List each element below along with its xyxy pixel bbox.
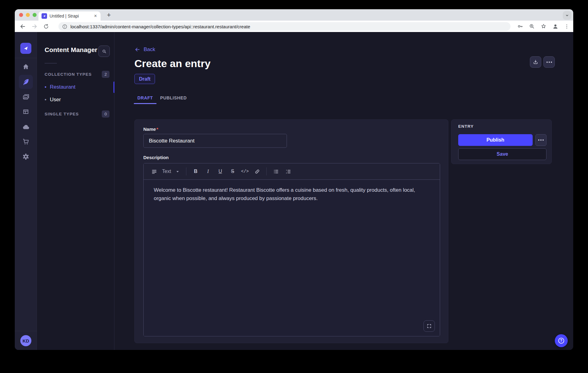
bookmark-star-icon[interactable] (540, 23, 547, 30)
rail-divider (15, 58, 37, 58)
sidebar-item-restaurant[interactable]: Restaurant (45, 82, 109, 92)
section-collection-types: COLLECTION TYPES 2 (45, 70, 109, 78)
reload-icon[interactable] (42, 23, 50, 30)
deploy-cloud-icon[interactable] (19, 120, 33, 134)
forward-arrow-icon[interactable] (31, 23, 38, 30)
page-title: Create an entry (134, 58, 211, 70)
underline-button[interactable]: U (214, 166, 226, 177)
section-label: SINGLE TYPES (45, 112, 79, 116)
more-options-icon[interactable] (543, 56, 555, 68)
settings-gear-icon[interactable] (19, 150, 33, 164)
window-controls (19, 13, 37, 17)
entry-panel-title: ENTRY (458, 124, 546, 129)
fullscreen-button[interactable] (33, 13, 37, 17)
sidebar-item-label: User (50, 97, 61, 103)
profile-icon[interactable] (552, 23, 559, 30)
url-text: localhost:1337/admin/content-manager/col… (70, 24, 250, 29)
download-icon[interactable] (530, 56, 541, 68)
tab-search-chevron-icon[interactable] (563, 11, 571, 20)
password-key-icon[interactable] (517, 23, 523, 30)
sidebar-item-user[interactable]: User (45, 95, 109, 104)
address-bar[interactable]: localhost:1337/admin/content-manager/col… (58, 22, 511, 31)
required-asterisk: * (157, 126, 158, 132)
tab-close-icon[interactable]: × (93, 13, 97, 19)
bulleted-list-icon[interactable] (270, 166, 282, 177)
info-icon[interactable] (62, 24, 67, 29)
toolbar-divider (266, 167, 267, 175)
description-content[interactable]: Welcome to Biscotte restaurant! Restaura… (154, 186, 432, 203)
code-button[interactable]: </> (239, 166, 251, 177)
browser-toolbar: localhost:1337/admin/content-manager/col… (15, 21, 573, 32)
tab-title: Untitled | Strapi (50, 14, 93, 18)
entry-form-panel: Name* Biscotte Restaurant Description (134, 119, 448, 343)
strapi-favicon (42, 13, 47, 19)
help-question-icon[interactable]: ? (555, 334, 568, 347)
italic-button[interactable]: I (202, 166, 214, 177)
count-badge: 0 (102, 110, 109, 118)
sidebar-item-label: Restaurant (50, 84, 75, 90)
strapi-admin: KD Content Manager COLLECTION TYPES 2 Re… (15, 32, 573, 350)
close-button[interactable] (19, 13, 23, 17)
save-button[interactable]: Save (458, 148, 546, 160)
back-arrow-icon (134, 46, 141, 53)
section-single-types: SINGLE TYPES 0 (45, 110, 109, 118)
bullet-icon (45, 97, 46, 103)
numbered-list-icon[interactable]: 12 (282, 166, 294, 177)
back-arrow-icon[interactable] (19, 23, 26, 30)
home-icon[interactable] (19, 60, 33, 74)
active-tab-underline (134, 103, 157, 104)
block-type-select[interactable]: Text (162, 169, 180, 174)
bold-button[interactable]: B (189, 166, 202, 177)
sidebar-title: Content Manager (45, 46, 97, 54)
sidebar-divider (45, 63, 57, 63)
new-tab-button[interactable]: + (105, 11, 113, 19)
back-link[interactable]: Back (134, 46, 155, 53)
browser-tab[interactable]: Untitled | Strapi × (38, 11, 101, 21)
main-nav-rail: KD (15, 32, 37, 350)
tab-draft[interactable]: DRAFT (134, 94, 157, 102)
strikethrough-button[interactable]: S (226, 166, 239, 177)
entry-more-options-icon[interactable] (535, 134, 546, 146)
link-icon[interactable] (251, 166, 263, 177)
align-icon[interactable] (148, 166, 160, 177)
content-manager-feather-icon[interactable] (19, 75, 33, 89)
toolbar-divider (186, 167, 186, 175)
entry-panel: ENTRY Publish Save (451, 119, 552, 164)
name-input-value: Biscotte Restaurant (149, 138, 194, 144)
name-field-label: Name* (143, 126, 158, 132)
user-avatar[interactable]: KD (20, 335, 31, 346)
description-editor: Text B I U S </> (143, 163, 440, 336)
strapi-logo[interactable] (20, 43, 31, 54)
zoom-in-icon[interactable] (529, 23, 535, 30)
count-badge: 2 (102, 71, 109, 78)
svg-text:2: 2 (286, 172, 287, 174)
editor-body[interactable]: Welcome to Biscotte restaurant! Restaura… (144, 180, 440, 336)
tab-published[interactable]: PUBLISHED (162, 94, 185, 102)
menu-dots-icon[interactable] (564, 24, 570, 29)
minimize-button[interactable] (26, 13, 30, 17)
editor-toolbar: Text B I U S </> (144, 163, 440, 180)
marketplace-cart-icon[interactable] (19, 134, 33, 149)
browser-titlebar: Untitled | Strapi × + (15, 9, 573, 21)
svg-text:1: 1 (286, 169, 287, 171)
bullet-icon (45, 84, 46, 90)
description-field-label: Description (143, 155, 169, 160)
screenshot-root: Untitled | Strapi × + local (0, 0, 588, 373)
name-input[interactable]: Biscotte Restaurant (143, 134, 287, 148)
main-content: Back Create an entry Draft DRAFT PUBLISH… (114, 32, 573, 350)
browser-window: Untitled | Strapi × + local (15, 9, 573, 350)
content-manager-sidebar: Content Manager COLLECTION TYPES 2 Resta… (37, 32, 114, 350)
caret-down-icon (175, 169, 180, 174)
status-badge: Draft (134, 74, 155, 84)
back-label: Back (144, 46, 155, 53)
search-icon[interactable] (98, 46, 110, 57)
section-label: COLLECTION TYPES (45, 72, 92, 77)
toolbar-right (517, 21, 570, 32)
rail-bottom-divider (15, 331, 37, 331)
media-library-icon[interactable] (19, 90, 33, 104)
content-type-builder-icon[interactable] (19, 105, 33, 119)
expand-icon[interactable] (423, 320, 435, 332)
svg-text:?: ? (560, 339, 562, 343)
block-type-value: Text (162, 169, 171, 174)
publish-button[interactable]: Publish (458, 134, 533, 146)
